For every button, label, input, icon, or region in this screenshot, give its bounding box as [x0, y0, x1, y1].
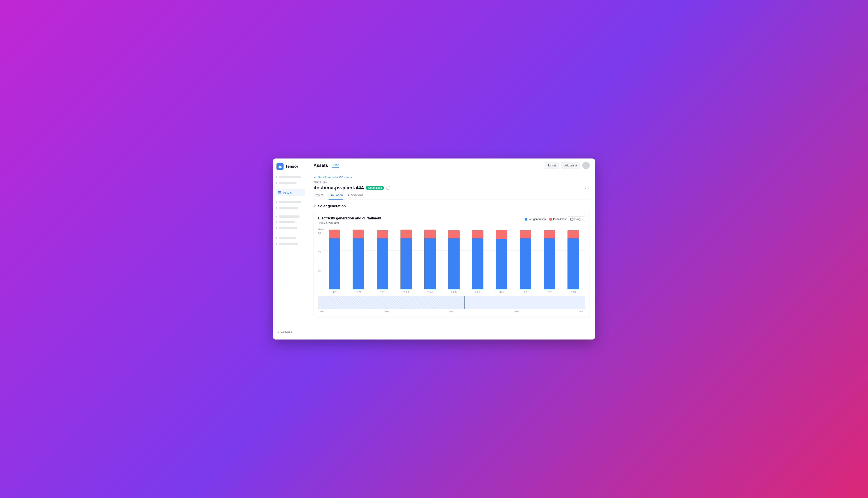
tabs: Project Simulation Operations	[313, 193, 590, 200]
bar-curtailment	[496, 230, 507, 239]
bar-chart-container: 60 40 20	[318, 232, 585, 293]
bar-curtailment	[448, 230, 459, 238]
bars-row: 2020202120222023202420252026202720282029…	[323, 232, 585, 293]
bar-generation	[544, 238, 555, 289]
header-active-tab[interactable]: Solar	[332, 163, 339, 168]
add-asset-button[interactable]: Add asset	[561, 162, 580, 169]
svg-rect-3	[278, 191, 281, 192]
bar-stack[interactable]	[424, 230, 436, 289]
range-label-2040: 2040	[579, 310, 584, 313]
bar-stack[interactable]	[472, 230, 483, 289]
chart-header: Electricity generation and curtailment 4…	[318, 216, 585, 224]
chart-header-left: Electricity generation and curtailment 4…	[318, 216, 381, 224]
bar-curtailment	[377, 230, 388, 238]
range-labels: 2020 2025 2030 2035 2040	[318, 310, 585, 313]
chevron-left-icon	[277, 330, 280, 333]
range-selector[interactable]	[318, 296, 585, 309]
bar-stack[interactable]	[520, 230, 531, 289]
legend-color-generation	[525, 218, 528, 221]
sidebar-dot	[276, 221, 277, 223]
sidebar-dot	[276, 216, 277, 218]
page-content: Back to all solar PV assets TRK-S-339 it…	[308, 172, 595, 340]
skeleton-item	[279, 207, 298, 209]
avatar[interactable]	[582, 161, 590, 169]
info-icon[interactable]: i	[386, 186, 390, 190]
bar-curtailment	[352, 230, 364, 238]
skeleton-item	[279, 243, 298, 245]
svg-rect-5	[278, 193, 281, 194]
range-label-2030: 2030	[449, 310, 454, 313]
bar-group: 2030	[563, 232, 583, 293]
chart-controls: Net generation Curtailment	[525, 216, 585, 222]
header-left: Assets Solar	[313, 163, 339, 168]
sidebar-item-assets[interactable]: Assets	[276, 189, 305, 196]
tab-project[interactable]: Project	[313, 193, 323, 199]
sidebar: Tensor Assets	[273, 158, 308, 340]
skeleton-item	[279, 176, 301, 178]
export-button[interactable]: Export	[545, 162, 559, 169]
range-label-2020: 2020	[319, 310, 324, 313]
sidebar-dot	[276, 237, 277, 239]
asset-id: TRK-S-339	[313, 181, 590, 184]
bar-year-label: 2023	[403, 291, 409, 293]
legend-color-curtailment	[549, 218, 552, 221]
back-link[interactable]: Back to all solar PV assets	[313, 172, 590, 181]
bar-stack[interactable]	[400, 230, 412, 289]
bar-stack[interactable]	[329, 230, 340, 289]
section-title: Solar generation	[318, 204, 346, 208]
range-label-2035: 2035	[514, 310, 519, 313]
bar-stack[interactable]	[377, 230, 388, 289]
main-content: Assets Solar Export Add asset Back to al…	[308, 158, 595, 340]
svg-rect-6	[571, 218, 573, 221]
calendar-icon	[570, 218, 573, 221]
bar-year-label: 2029	[547, 291, 552, 293]
bar-curtailment	[544, 230, 555, 238]
collapse-button[interactable]: Collapse	[276, 328, 305, 335]
collapse-label: Collapse	[281, 330, 292, 333]
more-options-icon[interactable]: ···	[585, 185, 590, 191]
sidebar-dot	[276, 176, 277, 178]
bar-stack[interactable]	[448, 230, 459, 289]
collapse-section-icon[interactable]: ▼	[313, 205, 316, 208]
bar-chart-area: GWh 60 40 20	[318, 228, 585, 293]
bar-group: 2021	[348, 232, 369, 293]
bar-group: 2023	[396, 232, 416, 293]
bar-stack[interactable]	[544, 230, 555, 289]
asset-header-left: itoshima-pv-plant-444 Operational i	[313, 185, 390, 191]
bar-stack[interactable]	[352, 230, 364, 289]
skeleton-item	[279, 201, 301, 203]
back-link-text: Back to all solar PV assets	[318, 175, 352, 179]
bar-generation	[448, 238, 459, 289]
sidebar-dot	[276, 227, 277, 229]
bar-curtailment	[329, 230, 340, 238]
arrow-left-icon	[313, 176, 317, 179]
sidebar-dot	[276, 243, 277, 245]
tab-operations[interactable]: Operations	[348, 193, 363, 199]
daily-view-button[interactable]: Daily ▾	[568, 216, 585, 222]
bar-year-label: 2020	[332, 291, 337, 293]
range-selected	[318, 296, 465, 309]
bar-year-label: 2028	[523, 291, 528, 293]
chart-legend: Net generation Curtailment	[525, 218, 566, 221]
bar-stack[interactable]	[496, 230, 507, 289]
bar-group: 2026	[468, 232, 488, 293]
y-tick-40: 40	[318, 250, 321, 253]
header: Assets Solar Export Add asset	[308, 158, 595, 172]
bar-year-label: 2026	[475, 291, 480, 293]
bar-group: 2029	[539, 232, 560, 293]
bar-group: 2025	[444, 232, 464, 293]
logo: Tensor	[276, 163, 305, 170]
sidebar-item-label: Assets	[283, 191, 292, 194]
y-tick-60: 60	[318, 232, 321, 234]
tab-simulation[interactable]: Simulation	[329, 193, 343, 199]
bar-generation	[496, 239, 507, 289]
legend-item-generation: Net generation	[525, 218, 546, 221]
bar-group: 2028	[516, 232, 536, 293]
chart-subtitle: 468.7 GWh total	[318, 221, 381, 224]
tensor-logo-icon	[277, 163, 283, 170]
bar-year-label: 2022	[379, 291, 385, 293]
bar-curtailment	[400, 230, 412, 238]
bar-stack[interactable]	[567, 230, 579, 289]
skeleton-item	[279, 215, 299, 218]
bar-generation	[520, 238, 531, 289]
